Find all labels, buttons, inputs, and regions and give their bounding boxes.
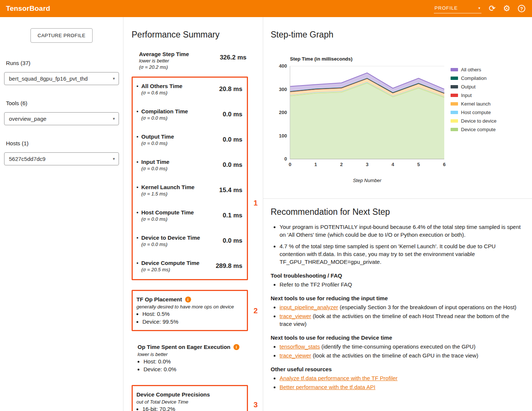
- bullet-icon: •: [136, 133, 141, 140]
- legend-label: Compilation: [461, 75, 487, 81]
- bullet-icon: •: [136, 184, 141, 190]
- average-step-time-sigma: (σ = 20.2 ms): [139, 64, 189, 70]
- svg-text:0: 0: [284, 156, 287, 162]
- help-icon[interactable]: ?: [518, 5, 525, 12]
- info-icon[interactable]: i: [233, 344, 239, 350]
- hosts-label: Hosts (1): [6, 140, 119, 146]
- metric-value: 0.0 ms: [223, 237, 243, 245]
- recommendation-link[interactable]: Analyze tf.data performance with the TF …: [280, 375, 397, 381]
- tf-op-placement-title: TF Op Placement: [136, 296, 182, 302]
- legend-label: Device compute: [461, 127, 496, 132]
- metric-label: Device Compute Time: [141, 260, 199, 266]
- annotation-1: 1: [254, 199, 258, 207]
- tf-op-placement-subtitle: generally desired to have more ops on de…: [136, 304, 243, 310]
- metric-label: All Others Time: [141, 83, 183, 89]
- runs-select[interactable]: bert_squad_8gpu_fp16_pvt_thd ▾: [4, 72, 119, 85]
- metric-value: 0.0 ms: [223, 161, 243, 169]
- eager-execution-subtitle: lower is better: [138, 352, 248, 357]
- metric-value: 0.0 ms: [223, 111, 243, 118]
- dashboard-select[interactable]: PROFILE ▾: [434, 4, 481, 13]
- eager-execution-title: Op Time Spent on Eager Execution: [138, 344, 230, 350]
- svg-text:0: 0: [288, 162, 291, 167]
- metric-text: All Others Time(σ = 0.6 ms): [141, 83, 183, 96]
- chart-area: Step Time (in milliseconds) 010020030040…: [273, 56, 525, 183]
- metric-sigma: (σ = 0.0 ms): [141, 216, 194, 222]
- legend-label: Host compute: [461, 110, 491, 115]
- recommendation-pane: Recommendation for Next Step Your progra…: [263, 199, 532, 411]
- metric-row: •Host Compute Time(σ = 0.0 ms)0.1 ms: [136, 209, 243, 222]
- metric-label: Output Time: [141, 133, 174, 140]
- recommendation-link[interactable]: tensorflow_stats: [280, 343, 320, 350]
- runs-label: Runs (37): [6, 60, 119, 66]
- runs-field: Runs (37) bert_squad_8gpu_fp16_pvt_thd ▾: [0, 60, 123, 85]
- tools-label: Tools (6): [6, 100, 119, 106]
- performance-summary-title: Performance Summary: [132, 30, 248, 40]
- recommendation-bullet: tensorflow_stats (identify the time-cons…: [280, 343, 522, 350]
- recommendation-sections: Tool troubleshooting / FAQRefer to the T…: [271, 272, 522, 391]
- tools-select[interactable]: overview_page ▾: [4, 112, 119, 125]
- device-precisions-subtitle: out of Total Device Time: [136, 399, 243, 405]
- recommendation-bullet: trace_viewer (look at the activities on …: [280, 312, 522, 328]
- tf-op-host-pct: Host: 0.5%: [142, 311, 243, 317]
- legend-label: Kernel launch: [461, 101, 491, 107]
- refresh-icon[interactable]: ⟳: [489, 4, 496, 13]
- tools-field: Tools (6) overview_page ▾: [0, 100, 123, 125]
- average-step-time-note: lower is better: [139, 58, 189, 64]
- bullet-icon: •: [136, 83, 141, 89]
- recommendation-intro-list: Your program is POTENTIALLY input-bound …: [271, 223, 522, 266]
- recommendation-section-heading: Next tools to use for reducing the Devic…: [271, 334, 522, 341]
- recommendation-section-list: Analyze tf.data performance with the TF …: [271, 374, 522, 391]
- svg-text:6: 6: [443, 162, 445, 167]
- eager-device-pct: Device: 0.0%: [144, 366, 248, 372]
- metric-row: •Device to Device Time(σ = 0.0 ms)0.0 ms: [136, 234, 243, 247]
- legend-item: Host compute: [451, 110, 496, 115]
- right-panel: Step-time Graph Step Time (in millisecon…: [263, 17, 532, 411]
- tools-select-value: overview_page: [9, 116, 46, 122]
- chart-x-axis-label: Step Number: [273, 178, 448, 183]
- recommendation-link[interactable]: input_pipeline_analyzer: [280, 304, 338, 310]
- metric-label: Input Time: [141, 159, 170, 165]
- svg-text:1: 1: [315, 162, 317, 167]
- svg-text:200: 200: [279, 110, 287, 115]
- recommendation-bullet: Analyze tf.data performance with the TF …: [280, 374, 522, 382]
- step-time-graph-pane: Step-time Graph Step Time (in millisecon…: [263, 17, 532, 199]
- metric-text: Kernel Launch Time(σ = 1.5 ms): [141, 184, 194, 197]
- metric-value: 0.1 ms: [223, 212, 243, 219]
- metric-sigma: (σ = 0.0 ms): [141, 140, 174, 146]
- metric-sigma: (σ = 0.0 ms): [141, 242, 200, 247]
- bullet-icon: •: [136, 234, 141, 241]
- annotation-2: 2: [254, 306, 258, 315]
- metric-sigma: (σ = 1.5 ms): [141, 191, 194, 197]
- legend-swatch: [451, 128, 458, 131]
- recommendation-section-heading: Other useful resources: [271, 366, 522, 372]
- svg-text:2: 2: [340, 162, 343, 167]
- recommendation-link[interactable]: trace_viewer: [280, 352, 311, 359]
- metric-text: Device to Device Time(σ = 0.0 ms): [141, 234, 200, 247]
- chevron-down-icon: ▾: [113, 76, 115, 81]
- gear-icon[interactable]: ⚙: [503, 4, 510, 13]
- capture-profile-button[interactable]: CAPTURE PROFILE: [30, 28, 93, 43]
- sidebar: CAPTURE PROFILE Runs (37) bert_squad_8gp…: [0, 17, 123, 411]
- metric-value: 0.0 ms: [223, 136, 243, 143]
- metric-sigma: (σ = 0.0 ms): [141, 115, 188, 121]
- metric-row: •All Others Time(σ = 0.6 ms)20.8 ms: [136, 83, 243, 96]
- recommendation-section-heading: Tool troubleshooting / FAQ: [271, 272, 522, 279]
- metric-sigma: (σ = 0.0 ms): [141, 166, 170, 171]
- legend-item: Input: [451, 93, 496, 98]
- metric-value: 20.8 ms: [219, 85, 243, 93]
- legend-swatch: [451, 102, 458, 106]
- recommendation-link[interactable]: trace_viewer: [280, 313, 311, 319]
- recommendation-section-list: Refer to the TF2 Profiler FAQ: [271, 281, 522, 288]
- average-step-time-value: 326.2 ms: [220, 54, 246, 61]
- bullet-icon: •: [136, 209, 141, 216]
- hosts-field: Hosts (1) 5627c5dd7dc9 ▾: [0, 140, 123, 165]
- recommendation-link[interactable]: Better performance with the tf.data API: [280, 384, 375, 390]
- info-icon[interactable]: i: [185, 297, 191, 302]
- hosts-select[interactable]: 5627c5dd7dc9 ▾: [4, 152, 119, 165]
- legend-swatch: [451, 85, 458, 88]
- chart-legend: All othersCompilationOutputInputKernel l…: [451, 62, 496, 132]
- metric-label: Device to Device Time: [141, 234, 200, 241]
- annotation-3: 3: [254, 401, 258, 409]
- tf-op-device-pct: Device: 99.5%: [142, 318, 243, 325]
- recommendation-bullet: trace_viewer (look at the activities on …: [280, 352, 522, 359]
